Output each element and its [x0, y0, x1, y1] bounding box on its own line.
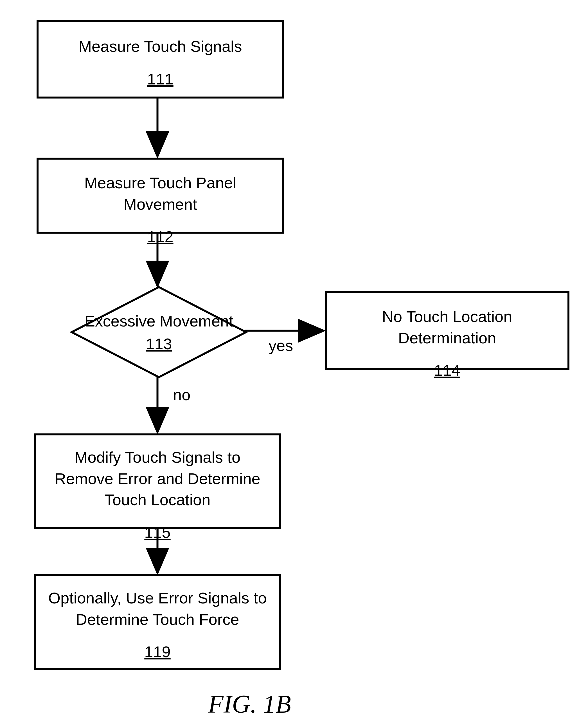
- edge-label-yes: yes: [269, 336, 293, 355]
- step-number: 115: [144, 523, 170, 542]
- step-no-touch-location: No Touch Location Determination 114: [325, 291, 569, 370]
- step-number: 114: [434, 361, 460, 379]
- step-title: No Touch Location Determination: [327, 306, 567, 348]
- step-determine-force: Optionally, Use Error Signals to Determi…: [34, 574, 281, 670]
- decision-number: 113: [72, 334, 246, 355]
- step-measure-touch-signals: Measure Touch Signals 111: [37, 20, 284, 99]
- step-title: Optionally, Use Error Signals to Determi…: [36, 587, 279, 630]
- figure-caption: FIG. 1B: [208, 690, 291, 719]
- step-measure-panel-movement: Measure Touch Panel Movement 112: [37, 158, 284, 234]
- step-number: 112: [147, 227, 173, 246]
- step-title: Measure Touch Panel Movement: [39, 172, 282, 215]
- step-title: Measure Touch Signals: [70, 36, 250, 57]
- step-title: Modify Touch Signals to Remove Error and…: [36, 447, 279, 510]
- decision-title: Excessive Movement: [72, 311, 246, 331]
- edge-label-no: no: [173, 386, 190, 404]
- flowchart-canvas: Measure Touch Signals 111 Measure Touch …: [0, 0, 588, 727]
- step-number: 111: [147, 70, 173, 88]
- decision-excessive-movement: Excessive Movement 113: [72, 287, 246, 377]
- step-modify-signals: Modify Touch Signals to Remove Error and…: [34, 433, 281, 529]
- step-number: 119: [144, 643, 170, 661]
